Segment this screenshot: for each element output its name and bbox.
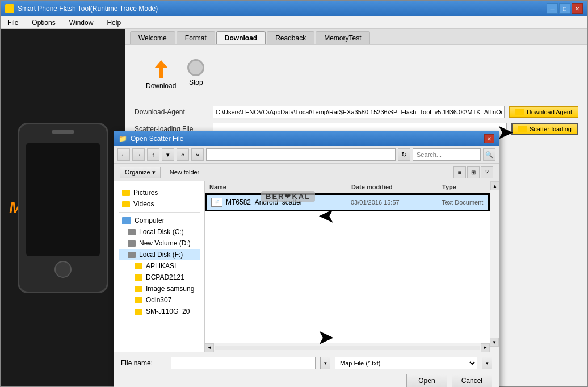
file-row[interactable]: 📄 MT6582_Android_scatter 03/01/2016 15:5… bbox=[205, 193, 490, 211]
pictures-folder-icon bbox=[122, 190, 130, 196]
back-button[interactable]: ← bbox=[117, 148, 130, 161]
new-folder-button[interactable]: New folder bbox=[165, 167, 204, 177]
scroll-down-button[interactable]: ▼ bbox=[490, 338, 499, 347]
help-button[interactable]: ? bbox=[481, 166, 493, 178]
minimize-button[interactable]: ─ bbox=[547, 3, 558, 14]
nav-item-aplikasi[interactable]: APLIKASI bbox=[119, 260, 200, 272]
dialog-close-button[interactable]: ✕ bbox=[484, 134, 494, 143]
recent-button[interactable]: ▾ bbox=[162, 148, 174, 161]
menu-help[interactable]: Help bbox=[104, 18, 123, 27]
maximize-button[interactable]: □ bbox=[559, 3, 570, 14]
scatter-loading-button[interactable]: Scatter-loading bbox=[511, 123, 578, 135]
nav-divider-1 bbox=[119, 212, 200, 213]
tab-memorytest[interactable]: MemoryTest bbox=[316, 31, 369, 44]
menu-options[interactable]: Options bbox=[30, 18, 57, 27]
smj110g-folder-icon bbox=[135, 309, 142, 315]
address-bar[interactable] bbox=[206, 148, 396, 161]
stop-button[interactable]: Stop bbox=[187, 59, 204, 90]
dialog-title-left: 📁 Open Scatter File bbox=[119, 135, 183, 143]
nav-section: Pictures Videos Computer Local Disk (C:) bbox=[114, 185, 204, 319]
nav-item-aplikasi-label: APLIKASI bbox=[146, 262, 176, 270]
phone-screen bbox=[26, 143, 100, 256]
filename-input[interactable] bbox=[171, 357, 316, 369]
filename-row: File name: ▾ Map File (*.txt) ▾ bbox=[121, 357, 492, 369]
filetype-dropdown-button[interactable]: ▾ bbox=[482, 357, 492, 369]
download-agent-row: Download-Agent Download Agent bbox=[135, 106, 578, 118]
nav-item-odin307[interactable]: Odin307 bbox=[119, 294, 200, 306]
dialog-action-bar: Organize ▾ New folder ≡ ⊞ ? bbox=[114, 164, 499, 181]
scroll-right-button[interactable]: ► bbox=[481, 343, 490, 352]
tabs-bar: Welcome Format Download Readback MemoryT… bbox=[125, 29, 587, 45]
nav-item-volume-d[interactable]: New Volume (D:) bbox=[119, 238, 200, 249]
file-type-icon: 📄 bbox=[211, 198, 222, 207]
stop-icon bbox=[187, 59, 204, 76]
download-agent-button[interactable]: Download Agent bbox=[509, 106, 578, 118]
menu-bar: File Options Window Help bbox=[1, 16, 587, 29]
image-samsung-folder-icon bbox=[135, 286, 142, 292]
scroll-left-button[interactable]: ◄ bbox=[205, 343, 214, 352]
tab-readback[interactable]: Readback bbox=[267, 31, 314, 44]
file-list: 📄 MT6582_Android_scatter 03/01/2016 15:5… bbox=[205, 193, 490, 343]
cancel-button[interactable]: Cancel bbox=[452, 374, 492, 387]
dialog-body: Pictures Videos Computer Local Disk (C:) bbox=[114, 181, 499, 352]
folder-icon bbox=[515, 109, 524, 115]
nav-item-volume-d-label: New Volume (D:) bbox=[139, 239, 191, 247]
nav-item-smj110g[interactable]: SM-J110G_20 bbox=[119, 306, 200, 317]
vertical-scrollbar[interactable]: ▲ ▼ bbox=[490, 181, 499, 352]
file-type-text: Text Document bbox=[442, 199, 484, 206]
nav-item-smj110g-label: SM-J110G_20 bbox=[146, 307, 190, 315]
file-name: MT6582_Android_scatter bbox=[226, 198, 351, 206]
horizontal-scrollbar[interactable]: ◄ ► bbox=[205, 343, 490, 352]
title-bar-left: Smart Phone Flash Tool(Runtime Trace Mod… bbox=[5, 4, 158, 13]
file-area: Name Date modified Type 📄 MT6582_Android… bbox=[205, 181, 490, 352]
app-icon bbox=[5, 4, 14, 13]
filename-label: File name: bbox=[121, 359, 166, 367]
dialog-buttons: Open Cancel bbox=[121, 374, 492, 387]
search-button[interactable]: 🔍 bbox=[483, 148, 495, 161]
menu-file[interactable]: File bbox=[5, 18, 20, 27]
close-button[interactable]: ✕ bbox=[572, 3, 583, 14]
download-button[interactable]: Download bbox=[146, 59, 176, 90]
filetype-select[interactable]: Map File (*.txt) bbox=[335, 357, 477, 369]
nav-item-image-samsung[interactable]: Image samsung bbox=[119, 283, 200, 294]
organize-button[interactable]: Organize ▾ bbox=[120, 167, 161, 178]
local-f-drive-icon bbox=[128, 252, 136, 258]
tab-welcome[interactable]: Welcome bbox=[130, 31, 175, 44]
nav-item-local-c[interactable]: Local Disk (C:) bbox=[119, 226, 200, 238]
nav-item-pictures[interactable]: Pictures bbox=[119, 187, 200, 198]
up-button[interactable]: ↑ bbox=[147, 148, 159, 161]
col-name: Name bbox=[209, 184, 351, 190]
list-view-button[interactable]: ≡ bbox=[453, 166, 466, 178]
tab-format[interactable]: Format bbox=[177, 31, 215, 44]
col-date: Date modified bbox=[351, 184, 442, 190]
nav-item-computer[interactable]: Computer bbox=[119, 215, 200, 226]
view-buttons: ≡ ⊞ ? bbox=[453, 166, 493, 178]
open-scatter-dialog[interactable]: 📁 Open Scatter File ✕ ← → ↑ ▾ « » ↻ 🔍 Or… bbox=[114, 131, 499, 387]
next-button[interactable]: » bbox=[191, 148, 204, 161]
scroll-up-button[interactable]: ▲ bbox=[490, 181, 499, 190]
forward-button[interactable]: → bbox=[132, 148, 145, 161]
phone-home-button bbox=[54, 261, 72, 278]
menu-window[interactable]: Window bbox=[67, 18, 96, 27]
filename-dropdown-button[interactable]: ▾ bbox=[320, 357, 330, 369]
computer-icon bbox=[122, 217, 131, 224]
nav-item-dcpad[interactable]: DCPAD2121 bbox=[119, 272, 200, 283]
nav-item-local-f[interactable]: Local Disk (F:) bbox=[119, 249, 200, 260]
search-input[interactable] bbox=[413, 148, 481, 161]
phone-panel: MediaTek bbox=[1, 29, 125, 386]
download-arrow-icon bbox=[151, 59, 171, 80]
nav-item-videos[interactable]: Videos bbox=[119, 198, 200, 210]
open-button[interactable]: Open bbox=[406, 374, 447, 387]
dialog-bottom: File name: ▾ Map File (*.txt) ▾ Open Can… bbox=[114, 352, 499, 387]
dialog-title-bar: 📁 Open Scatter File ✕ bbox=[114, 131, 499, 146]
tab-download[interactable]: Download bbox=[216, 31, 266, 44]
dcpad-folder-icon bbox=[135, 274, 142, 281]
prev-locations-button[interactable]: « bbox=[177, 148, 189, 161]
details-view-button[interactable]: ⊞ bbox=[467, 166, 480, 178]
download-agent-input[interactable] bbox=[213, 106, 505, 118]
refresh-button[interactable]: ↻ bbox=[398, 148, 410, 161]
scatter-folder-icon bbox=[518, 126, 527, 132]
phone-device bbox=[18, 123, 108, 293]
dialog-toolbar: ← → ↑ ▾ « » ↻ 🔍 bbox=[114, 146, 499, 164]
nav-item-local-f-label: Local Disk (F:) bbox=[139, 251, 183, 259]
